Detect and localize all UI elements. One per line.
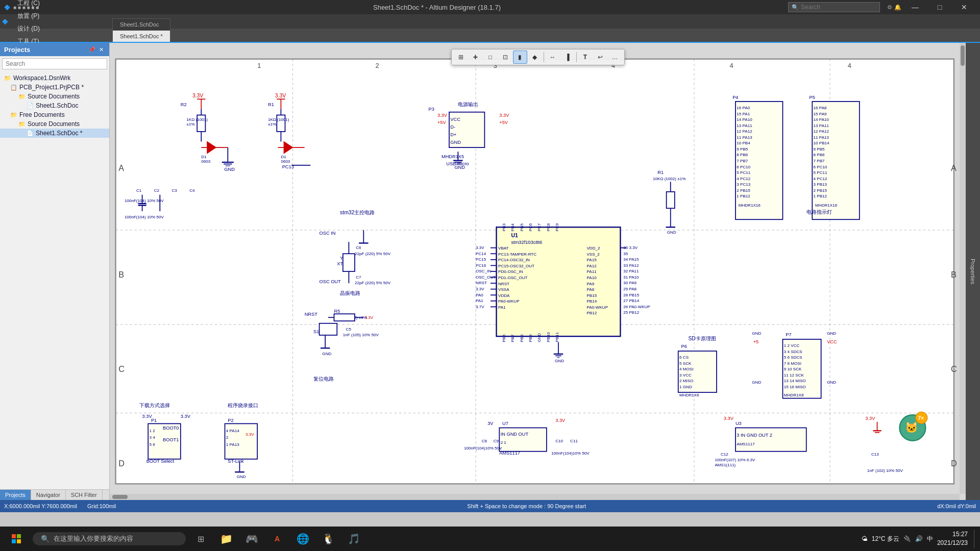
svg-text:R2: R2 (181, 102, 187, 107)
taskview-button[interactable]: ⊞ (190, 528, 211, 549)
left-panel: Projects 📌 ✕ 📁Workspace1.DsnWrk📋PCB_Proj… (0, 43, 110, 500)
filter-button[interactable]: ⊞ (454, 51, 468, 64)
tab-sheet1-schdoc[interactable]: Sheet1.SchDoc (112, 18, 170, 30)
svg-text:15  PA1: 15 PA1 (737, 112, 750, 116)
svg-text:PA15: PA15 (586, 258, 597, 262)
show-desktop-button[interactable] (974, 530, 976, 548)
svg-text:3   PC13: 3 PC13 (737, 182, 750, 187)
panel-search-box[interactable] (0, 56, 109, 71)
tabbar: Sheet1.SchDocSheet1.SchDoc * (0, 29, 980, 43)
add-button[interactable]: + (469, 51, 483, 64)
svg-rect-309 (736, 428, 806, 451)
menu-project[interactable]: 工程 (C) (12, 0, 56, 10)
rect-button[interactable]: □ (483, 51, 498, 64)
tree-item[interactable]: 📁Free Documents (0, 110, 109, 119)
undo-button[interactable]: ↩ (593, 51, 607, 64)
taskbar: 🔍 在这里输入你要搜索的内容 ⊞ 📁 🎮 A 🌐 🐧 🎵 🌤 12°C 多云 🔌… (0, 527, 980, 551)
tree-item[interactable]: 📁Workspace1.DsnWrk (0, 73, 109, 83)
svg-text:C10: C10 (555, 439, 563, 443)
tray-volume-icon[interactable]: 🔊 (915, 535, 923, 542)
tree-item[interactable]: 📋PCB_Project1.PrjPCB * (0, 83, 109, 92)
svg-text:±1%: ±1% (268, 122, 276, 127)
tray-weather-icon: 🌤 (862, 535, 868, 542)
fill-button[interactable]: ▐ (560, 51, 575, 64)
svg-text:16  PA8: 16 PA8 (814, 106, 827, 110)
text-button[interactable]: T (578, 51, 593, 64)
wire-button[interactable]: ↔ (546, 51, 560, 64)
svg-text:4: 4 (729, 62, 733, 69)
svg-text:13  PA11: 13 PA11 (814, 123, 829, 128)
svg-text:1   PB12: 1 PB12 (814, 194, 827, 198)
diamond-button[interactable]: ◆ (528, 51, 542, 64)
svg-text:2: 2 (375, 62, 379, 69)
tray-weather-text: 12°C 多云 (872, 535, 899, 543)
tree-item[interactable]: 📄Sheet1.SchDoc (0, 101, 109, 110)
start-button[interactable] (4, 527, 29, 551)
tree-item[interactable]: 📁Source Documents (0, 119, 109, 129)
svg-text:PB11: PB11 (555, 332, 559, 342)
svg-text:1nF (102) 10% 50V: 1nF (102) 10% 50V (867, 468, 903, 473)
svg-text:22pF (220) 5% 50V: 22pF (220) 5% 50V (355, 281, 391, 285)
tree-item[interactable]: 📁Source Documents (0, 92, 109, 101)
svg-rect-229 (320, 323, 337, 335)
schematic-area[interactable]: ⊞ + □ ⊡ ▮ ◆ ↔ ▐ T ↩ … A B C D A B C (110, 43, 966, 500)
close-button[interactable]: ✕ (952, 0, 976, 14)
svg-text:D-: D- (450, 124, 455, 130)
menu-design[interactable]: 设计 (D) (12, 22, 56, 35)
xbox-app[interactable]: 🎮 (241, 528, 262, 549)
panel-search-input[interactable] (2, 58, 107, 69)
svg-text:14  PA10: 14 PA10 (737, 117, 752, 122)
settings-icon[interactable]: ⚙ (887, 4, 892, 11)
svg-text:PA9: PA9 (586, 282, 594, 286)
clock-date: 2021/12/23 (937, 539, 968, 547)
panel-close-button[interactable]: ✕ (97, 45, 105, 54)
svg-text:GND: GND (322, 352, 331, 356)
panel-pin-button[interactable]: 📌 (88, 45, 96, 54)
panel-tab-sch-filter[interactable]: SCH Filter (66, 490, 103, 500)
svg-text:10  PB4: 10 PB4 (737, 141, 750, 145)
penguin-app[interactable]: 🐧 (317, 528, 339, 549)
music-app[interactable]: 🎵 (343, 528, 364, 549)
svg-text:6   PC10: 6 PC10 (737, 165, 750, 169)
v-scrollbar[interactable] (960, 43, 966, 494)
tab-container: Sheet1.SchDocSheet1.SchDoc * (112, 18, 172, 42)
svg-text:AMS1(111): AMS1(111) (715, 463, 736, 467)
svg-text:4   PC12: 4 PC12 (814, 177, 827, 181)
component-button[interactable]: ⊡ (498, 51, 512, 64)
panel-tab-navigator[interactable]: Navigator (31, 490, 66, 500)
more-button[interactable]: … (608, 51, 622, 64)
title-search-box[interactable]: 🔍 (788, 2, 880, 12)
file-explorer-app[interactable]: 📁 (215, 528, 237, 549)
minimize-button[interactable]: — (903, 0, 927, 14)
title-search-input[interactable] (801, 4, 872, 11)
h-scrollbar[interactable] (110, 494, 960, 500)
svg-text:C13: C13 (871, 452, 879, 457)
maximize-button[interactable]: □ (928, 0, 951, 14)
notif-icon[interactable]: 🔔 (894, 4, 901, 11)
taskbar-clock[interactable]: 15:27 2021/12/23 (937, 530, 968, 547)
svg-text:PB6: PB6 (502, 334, 506, 342)
altium-app[interactable]: A (266, 528, 288, 549)
grid-status: Grid:100mil (87, 503, 116, 509)
menu-place[interactable]: 放置 (P) (12, 10, 56, 22)
project-tree: 📁Workspace1.DsnWrk📋PCB_Project1.PrjPCB *… (0, 71, 109, 489)
svg-text:电源输出: 电源输出 (458, 102, 478, 107)
panel-title: Projects (4, 46, 30, 54)
svg-text:11  PA13: 11 PA13 (737, 135, 752, 140)
taskbar-search[interactable]: 🔍 在这里输入你要搜索的内容 (33, 532, 186, 545)
tab-sheet1-schdoc--[interactable]: Sheet1.SchDoc * (112, 30, 170, 42)
edge-app[interactable]: 🌐 (292, 528, 313, 549)
tree-icon: 📄 (27, 130, 34, 137)
svg-text:9   PB5: 9 PB5 (737, 147, 748, 152)
svg-text:3.3V: 3.3V (555, 418, 566, 423)
tray-network-icon[interactable]: 🔌 (903, 535, 911, 542)
schematic-svg[interactable]: A B C D A B C D 1 2 3 4 4 4 (110, 43, 966, 500)
svg-text:GND: GND (827, 380, 836, 385)
panel-tab-projects[interactable]: Projects (0, 490, 31, 500)
svg-text:VBAT: VBAT (498, 246, 509, 251)
bar-button[interactable]: ▮ (513, 51, 527, 64)
tray-input-icon[interactable]: 中 (927, 535, 933, 543)
tree-item[interactable]: 📄Sheet1.SchDoc * (0, 129, 109, 138)
svg-text:PC13-TAMPER-RTC: PC13-TAMPER-RTC (498, 252, 536, 257)
right-panel-tab[interactable]: Properties (966, 43, 980, 500)
